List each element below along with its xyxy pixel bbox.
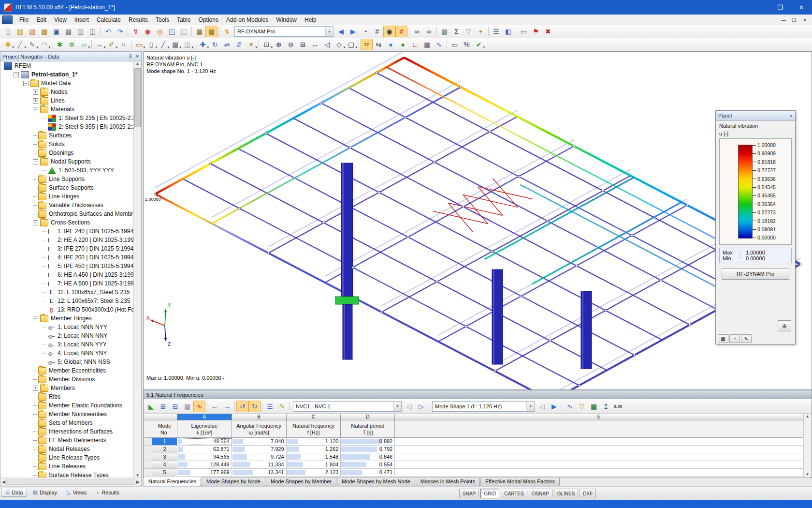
tree-item-surfaces[interactable]: Surfaces [1, 131, 133, 140]
tree-item-1-steel-s-235-en-10025-2-2004-11[interactable]: 1: Steel S 235 | EN 10025-2:2004-11 [1, 114, 133, 122]
table-row[interactable]: 4128.44911.3341.8040.554 [145, 461, 803, 469]
tree-item-line-hinges[interactable]: Line Hinges [1, 192, 133, 201]
table-filter-icon[interactable]: ▽ [576, 401, 588, 412]
tree-item-cross-sections[interactable]: −Cross-Sections [1, 218, 133, 227]
generate-tool-caret-icon[interactable]: ▾ [255, 45, 257, 49]
tree-item-variable-thicknesses[interactable]: Variable Thicknesses [1, 201, 133, 209]
tree-item-member-divisions[interactable]: Member Divisions [1, 375, 133, 384]
tree-item-4-ipe-200-din-1025-5-1994-steel-s[interactable]: I4: IPE 200 | DIN 1025-5:1994; Steel S [1, 253, 133, 262]
tree-item-member-eccentricities[interactable]: Member Eccentricities [1, 366, 133, 375]
move-tool-icon[interactable]: ✚▾ [197, 39, 209, 50]
zoom-out-icon[interactable]: ⊖ [285, 39, 297, 50]
value-cell[interactable]: 1.262 [287, 446, 341, 453]
value-cell[interactable]: 0.554 [341, 461, 395, 469]
mini-chart-icon[interactable]: ∿ [433, 39, 445, 50]
pick-object-icon[interactable]: ◳ [166, 26, 178, 37]
column-letter-E[interactable]: E [395, 414, 803, 420]
check-model-icon[interactable]: ◉ [142, 26, 154, 37]
toggle-cartes[interactable]: CARTES [501, 489, 527, 498]
navigator-vertical-scrollbar[interactable]: ▲ ▼ [133, 61, 141, 478]
isometric-view-icon[interactable]: ◇▾ [333, 39, 345, 50]
tree-item-12-l-100x65x7-steel-s-235[interactable]: L12: L 100x65x7; Steel S 235 [1, 297, 133, 305]
collapse-icon[interactable]: − [33, 159, 38, 164]
new-member-icon[interactable]: ╱▾ [157, 39, 169, 50]
table-tab-mode-shapes-by-member[interactable]: Mode Shapes by Member [266, 478, 336, 486]
expand-icon[interactable]: + [33, 90, 38, 95]
open-project-icon[interactable]: ▩ [38, 26, 50, 37]
load-case-combo[interactable]: NVC1 - NVC 1▾ [293, 401, 402, 412]
view-direction-caret-icon[interactable]: ▾ [355, 45, 357, 49]
collapse-icon[interactable]: − [14, 72, 19, 77]
tree-item-surface-release-types[interactable]: Surface Release Types [1, 471, 133, 478]
mdi-close-icon[interactable]: ✕ [799, 17, 810, 23]
mini-table-icon[interactable]: ▦ [421, 39, 433, 50]
generate-model-icon[interactable]: ↯ [130, 26, 142, 37]
mirror-tool-icon[interactable]: ⇌ [221, 39, 233, 50]
mode-shape-combo-dropdown-icon[interactable]: ▾ [526, 402, 534, 411]
zoom-in-icon[interactable]: ⊕ [273, 39, 285, 50]
value-cell[interactable]: 0.892 [341, 438, 395, 446]
tree-item-2-local-nnn-nny[interactable]: 2: Local; NNN NNY [1, 331, 133, 340]
table-row[interactable]: 149.5647.0401.1200.892 [145, 438, 803, 446]
expand-icon[interactable]: + [33, 98, 38, 104]
tree-item-ribs[interactable]: Ribs [1, 392, 133, 401]
save-icon[interactable]: ▣ [50, 26, 62, 37]
tree-item-7-he-a-500-din-1025-3-1994-steel[interactable]: I7: HE A 500 | DIN 1025-3:1994; Steel [1, 279, 133, 288]
tree-item-nodal-supports[interactable]: −Nodal Supports [1, 157, 133, 166]
copy-tool-caret-icon[interactable]: ▾ [191, 45, 193, 49]
module-flash-icon[interactable]: ↯ [221, 26, 233, 37]
mode-number-cell[interactable]: 2 [152, 446, 177, 453]
menu-table[interactable]: Table [173, 15, 195, 25]
nodes-between-icon[interactable]: ✲ [66, 39, 78, 50]
menu-calculate[interactable]: Calculate [93, 15, 125, 25]
tree-item-lines[interactable]: +Lines [1, 96, 133, 105]
tree-item-2-steel-s-355-en-10025-2-2004-11[interactable]: 2: Steel S 355 | EN 10025-2:2004-11 [1, 122, 133, 131]
panel-tab-color-scale[interactable]: ▦ [718, 334, 728, 343]
new-node-icon[interactable]: ✱▾ [2, 39, 14, 50]
tree-item-openings[interactable]: Openings [1, 149, 133, 157]
show-axes-icon[interactable]: ∟ [409, 39, 421, 50]
navigator-tab-data[interactable]: ⊡Data [1, 488, 27, 497]
copy-tool-icon[interactable]: ◫▾ [181, 39, 193, 50]
menu-results[interactable]: Results [125, 15, 152, 25]
mode-shape-combo[interactable]: Mode Shape 1 (f : 1.120 Hz)▾ [432, 401, 535, 412]
pin-icon[interactable]: ⊼ [129, 54, 132, 59]
new-arc-caret-icon[interactable]: ▾ [48, 45, 50, 49]
tree-item-member-nonlinearities[interactable]: Member Nonlinearities [1, 410, 133, 418]
menu-insert[interactable]: Insert [71, 15, 93, 25]
minimize-button[interactable]: — [748, 0, 769, 15]
menu-window[interactable]: Window [272, 15, 301, 25]
table-config-icon[interactable]: ▦ [181, 401, 193, 412]
mode-number-cell[interactable]: 4 [152, 461, 177, 469]
mode-number-cell[interactable]: 5 [152, 469, 177, 477]
model-viewport[interactable]: XYZ Natural vibration u [-] RF-DYNAM Pro… [143, 51, 812, 390]
table-tab-natural-frequencies[interactable]: Natural Frequencies [144, 478, 201, 486]
panel-zoom-button[interactable]: ⊕ [778, 320, 791, 331]
mode-number-cell[interactable]: 1 [152, 438, 177, 446]
menu-help[interactable]: Help [301, 15, 320, 25]
comment-icon[interactable]: ✐▾ [105, 39, 117, 50]
tree-item-1-local-nnn-nyy[interactable]: 1: Local; NNN NYY [1, 323, 133, 331]
case-next-icon[interactable]: ▷ [415, 401, 427, 412]
results-on-surfaces-icon[interactable]: ◉ [383, 26, 395, 37]
tree-item-sets-of-members[interactable]: Sets of Members [1, 418, 133, 427]
dock-tables-icon[interactable]: ▦ [205, 26, 218, 37]
table-down-icon[interactable]: ⊟ [169, 401, 181, 412]
tree-item-fe-mesh-refinements[interactable]: FE Mesh Refinements [1, 436, 133, 445]
tree-item-intersections-of-surfaces[interactable]: Intersections of Surfaces [1, 427, 133, 436]
panel-title-bar[interactable]: Panel × [716, 111, 795, 121]
menu-add-on-modules[interactable]: Add-on Modules [222, 15, 272, 25]
filter-results-icon[interactable]: ▽ [463, 26, 475, 37]
rotate-cw-icon[interactable]: ↻ [248, 401, 261, 412]
tree-item-member-hinges[interactable]: −Member Hinges [1, 314, 133, 323]
nav-forward-icon[interactable]: ▶ [347, 26, 359, 37]
tree-item-member-elastic-foundations[interactable]: Member Elastic Foundations [1, 401, 133, 410]
export-excel-icon[interactable]: ▦ [588, 401, 600, 412]
new-opening-icon[interactable]: ▭▾ [133, 39, 145, 50]
table-tab-mode-shapes-by-node[interactable]: Mode Shapes by Node [202, 478, 265, 486]
maximize-button[interactable]: ❐ [769, 0, 791, 15]
copy-object-icon[interactable]: ◫ [178, 26, 190, 37]
toggle-snap[interactable]: SNAP [459, 489, 479, 498]
show-tables-icon[interactable]: ▦ [193, 26, 205, 37]
tree-item-line-release-types[interactable]: Line Release Types [1, 453, 133, 462]
